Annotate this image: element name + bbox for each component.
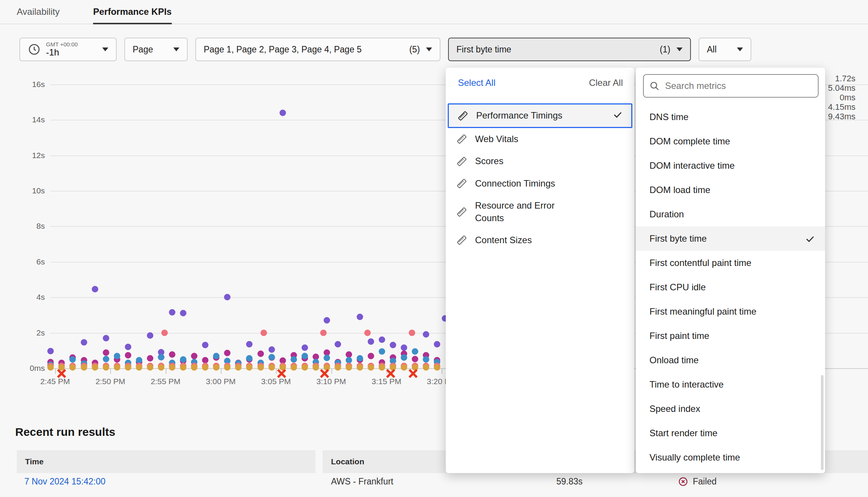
- select-all-button[interactable]: Select All: [458, 78, 496, 88]
- metric-dropdown[interactable]: First byte time (1): [448, 38, 691, 61]
- ruler-icon: [456, 156, 467, 167]
- metric-item-dom-complete-time[interactable]: DOM complete time: [636, 129, 825, 154]
- data-point-purple-metric: [180, 310, 187, 317]
- category-label: Web Vitals: [475, 133, 518, 145]
- data-point-blue-metric: [301, 353, 308, 359]
- data-point-blue-metric: [103, 356, 109, 362]
- data-point-purple-metric: [92, 286, 98, 293]
- metric-summary-value: 0ms: [828, 93, 855, 102]
- metric-item-time-to-interactive[interactable]: Time to interactive: [636, 372, 825, 397]
- metric-summary-value: 1.72s: [828, 74, 855, 83]
- data-point-orange-metric: [401, 364, 407, 370]
- data-point-orange-metric: [191, 364, 198, 370]
- data-point-purple-metric: [224, 294, 231, 301]
- ruler-icon: [456, 234, 467, 246]
- data-point-orange-metric: [345, 364, 352, 370]
- search-metrics-input[interactable]: [664, 80, 813, 92]
- column-header-time[interactable]: Time: [17, 450, 315, 473]
- data-point-orange-metric: [423, 364, 429, 370]
- category-item-connection-timings[interactable]: Connection Timings: [448, 173, 632, 195]
- data-point-orange-metric: [81, 364, 87, 370]
- performance-kpis-page: Availability Performance KPIs GMT +00:00…: [0, 0, 868, 497]
- metric-item-first-cpu-idle[interactable]: First CPU idle: [636, 275, 825, 299]
- data-point-blue-metric: [379, 348, 385, 355]
- failed-run-x-mark: [276, 368, 287, 379]
- chevron-down-icon: [676, 47, 683, 51]
- metric-label: First byte time: [649, 233, 707, 244]
- data-point-purple-metric: [125, 343, 131, 350]
- chevron-down-icon: [102, 47, 108, 51]
- metric-item-duration[interactable]: Duration: [636, 202, 825, 226]
- data-point-orange-metric: [213, 364, 220, 370]
- ruler-icon: [456, 206, 467, 218]
- y-axis-label: 6s: [7, 257, 45, 266]
- metric-item-visually-complete-time[interactable]: Visually complete time: [636, 445, 825, 470]
- data-point-blue-metric: [357, 355, 363, 362]
- metric-list-panel: DNS timeDOM complete timeDOM interactive…: [636, 68, 825, 473]
- tab-performance-kpis[interactable]: Performance KPIs: [93, 0, 172, 24]
- location-dropdown[interactable]: All: [699, 38, 751, 61]
- metric-item-speed-index[interactable]: Speed index: [636, 397, 825, 421]
- data-point-orange-metric: [246, 364, 253, 370]
- y-axis-label: 16s: [7, 79, 45, 89]
- data-point-orange-metric: [169, 364, 176, 370]
- run-location-cell: AWS - Frankfurt: [331, 476, 393, 487]
- data-point-blue-metric: [323, 355, 330, 361]
- data-point-orange-metric: [48, 364, 54, 370]
- x-axis-tick: [110, 368, 111, 374]
- category-item-web-vitals[interactable]: Web Vitals: [448, 128, 632, 150]
- data-point-orange-metric: [357, 364, 363, 370]
- metric-item-dom-load-time[interactable]: DOM load time: [636, 178, 825, 202]
- metric-item-first-byte-time[interactable]: First byte time: [636, 226, 825, 251]
- x-axis-tick: [55, 368, 56, 374]
- pages-dropdown[interactable]: Page 1, Page 2, Page 3, Page 4, Page 5 (…: [195, 38, 440, 61]
- metric-label: Visually complete time: [649, 452, 740, 463]
- data-point-blue-metric: [70, 356, 76, 362]
- time-range-dropdown[interactable]: GMT +00:00 -1h: [19, 38, 117, 61]
- clear-all-button[interactable]: Clear All: [589, 78, 623, 88]
- data-point-orange-metric: [257, 364, 264, 370]
- scrollbar-thumb[interactable]: [821, 375, 824, 470]
- data-point-orange-metric: [147, 364, 153, 370]
- data-point-magenta-metric: [169, 351, 176, 358]
- search-box: [643, 74, 819, 98]
- metric-item-first-contentful-paint-time[interactable]: First contentful paint time: [636, 251, 825, 275]
- data-point-purple-metric: [147, 332, 153, 339]
- data-point-purple-metric: [202, 342, 209, 348]
- x-axis-tick: [331, 368, 332, 374]
- failed-run-x-mark: [407, 368, 418, 379]
- data-point-orange-metric: [379, 364, 385, 370]
- data-point-salmon-metric: [261, 329, 267, 336]
- category-item-performance-timings[interactable]: Performance Timings: [448, 103, 632, 128]
- metric-item-dom-interactive-time[interactable]: DOM interactive time: [636, 154, 825, 178]
- metric-label: First byte time: [456, 44, 511, 55]
- run-time-link[interactable]: 7 Nov 2024 15:42:00: [24, 476, 106, 487]
- data-point-orange-metric: [235, 364, 242, 370]
- metric-label: Start render time: [649, 428, 718, 438]
- metric-item-dns-time[interactable]: DNS time: [636, 105, 825, 129]
- metric-item-start-render-time[interactable]: Start render time: [636, 421, 825, 445]
- data-point-blue-metric: [180, 356, 187, 362]
- metric-label: First meaningful paint time: [649, 306, 756, 317]
- metric-item-first-paint-time[interactable]: First paint time: [636, 324, 825, 348]
- data-point-orange-metric: [103, 364, 109, 370]
- data-point-purple-metric: [169, 309, 176, 315]
- data-point-blue-metric: [246, 355, 253, 362]
- metric-item-onload-time[interactable]: Onload time: [636, 348, 825, 372]
- data-point-orange-metric: [180, 364, 187, 370]
- y-axis-label: 14s: [7, 115, 45, 124]
- dimension-dropdown[interactable]: Page: [124, 38, 188, 61]
- data-point-blue-metric: [268, 354, 275, 361]
- data-point-blue-metric: [290, 356, 297, 362]
- metric-item-first-meaningful-paint-time[interactable]: First meaningful paint time: [636, 299, 825, 324]
- y-axis-label: 4s: [7, 293, 45, 302]
- category-item-scores[interactable]: Scores: [448, 150, 632, 172]
- metric-summary-value: 5.04ms: [828, 83, 855, 93]
- check-icon: [805, 234, 815, 244]
- data-point-blue-metric: [401, 354, 407, 361]
- tab-availability[interactable]: Availability: [17, 0, 60, 24]
- category-item-resource-and-error-counts[interactable]: Resource and Error Counts: [448, 195, 632, 229]
- time-range-value: GMT +00:00 -1h: [46, 41, 78, 58]
- category-item-content-sizes[interactable]: Content Sizes: [448, 229, 632, 251]
- data-point-purple-metric: [379, 337, 385, 343]
